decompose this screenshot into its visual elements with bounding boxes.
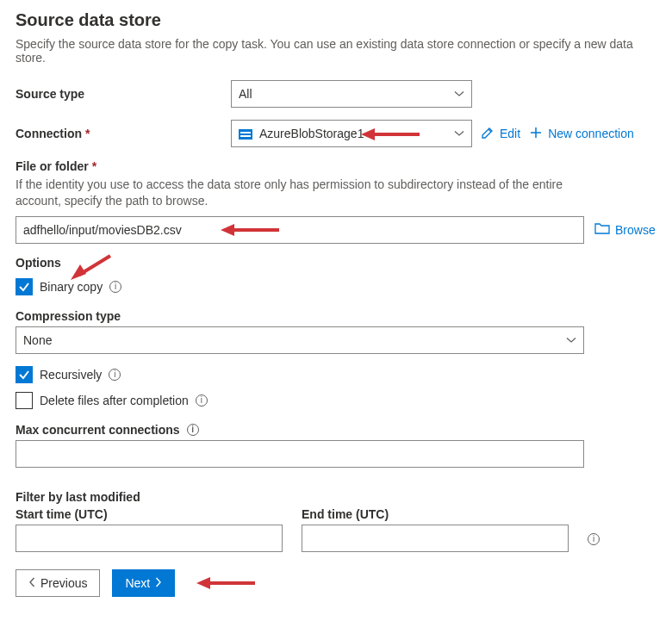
chevron-down-icon (454, 90, 464, 97)
info-icon[interactable]: i (196, 394, 208, 407)
connection-value: AzureBlobStorage1 (259, 127, 364, 140)
delete-after-label: Delete files after completion (40, 394, 189, 407)
end-time-col: End time (UTC) (302, 507, 569, 552)
compression-type-value: None (23, 333, 52, 347)
chevron-down-icon (566, 337, 576, 344)
annotation-arrow (196, 574, 257, 592)
connection-row: Connection * AzureBlobStorage1 Edit New … (16, 120, 656, 147)
svg-rect-0 (239, 129, 252, 140)
delete-after-checkbox[interactable] (16, 392, 33, 409)
recursively-checkbox[interactable] (16, 366, 33, 383)
svg-rect-2 (240, 135, 251, 137)
info-icon[interactable]: i (588, 533, 600, 545)
edit-connection-button[interactable]: Edit (481, 126, 520, 142)
delete-after-row: Delete files after completion i (16, 392, 656, 409)
file-folder-input[interactable] (16, 216, 584, 244)
connection-label: Connection * (16, 127, 222, 140)
source-type-value: All (239, 87, 252, 101)
max-conn-input[interactable] (16, 440, 584, 468)
svg-marker-11 (196, 577, 210, 589)
file-folder-label: File or folder * (16, 159, 656, 173)
start-time-input[interactable] (16, 525, 283, 552)
chevron-left-icon (28, 576, 35, 590)
end-time-input[interactable] (302, 525, 569, 552)
browse-button[interactable]: Browse (594, 222, 656, 237)
source-type-row: Source type All (16, 80, 656, 108)
filter-label: Filter by last modified (16, 490, 656, 504)
max-conn-label-row: Max concurrent connections i (16, 423, 656, 437)
plus-icon (529, 126, 543, 142)
previous-button[interactable]: Previous (16, 569, 100, 597)
connection-select[interactable]: AzureBlobStorage1 (231, 120, 472, 147)
info-icon[interactable]: i (109, 369, 121, 381)
binary-copy-label: Binary copy (40, 280, 103, 294)
page-subtitle: Specify the source data store for the co… (16, 37, 656, 65)
button-row: Previous Next (16, 569, 656, 597)
svg-rect-1 (240, 132, 251, 134)
new-connection-button[interactable]: New connection (529, 126, 634, 142)
recursively-row: Recursively i (16, 366, 656, 383)
source-type-select[interactable]: All (231, 80, 472, 108)
file-folder-helper: If the identity you use to access the da… (16, 177, 610, 209)
options-group: Binary copy i Compression type None Recu… (16, 278, 656, 552)
page-title: Source data store (16, 10, 656, 30)
start-time-col: Start time (UTC) (16, 507, 283, 552)
chevron-right-icon (155, 576, 162, 590)
binary-copy-checkbox[interactable] (16, 278, 33, 295)
start-time-label: Start time (UTC) (16, 507, 283, 521)
chevron-down-icon (454, 130, 464, 137)
required-indicator: * (85, 127, 90, 140)
source-type-label: Source type (16, 87, 222, 101)
azure-storage-icon (239, 128, 252, 139)
recursively-label: Recursively (40, 368, 102, 382)
required-indicator: * (92, 159, 96, 173)
info-icon[interactable]: i (187, 424, 199, 436)
info-icon[interactable]: i (109, 281, 121, 293)
pencil-icon (481, 126, 495, 142)
binary-copy-row: Binary copy i (16, 278, 656, 295)
max-conn-label: Max concurrent connections (16, 423, 180, 437)
end-time-label: End time (UTC) (302, 507, 569, 521)
filter-row: Start time (UTC) End time (UTC) i (16, 507, 656, 552)
compression-type-select[interactable]: None (16, 326, 584, 354)
next-button[interactable]: Next (112, 569, 175, 597)
options-label: Options (16, 256, 656, 270)
annotation-arrow (361, 126, 421, 143)
file-folder-row: Browse (16, 216, 656, 244)
compression-type-label: Compression type (16, 309, 656, 323)
folder-icon (594, 222, 610, 237)
